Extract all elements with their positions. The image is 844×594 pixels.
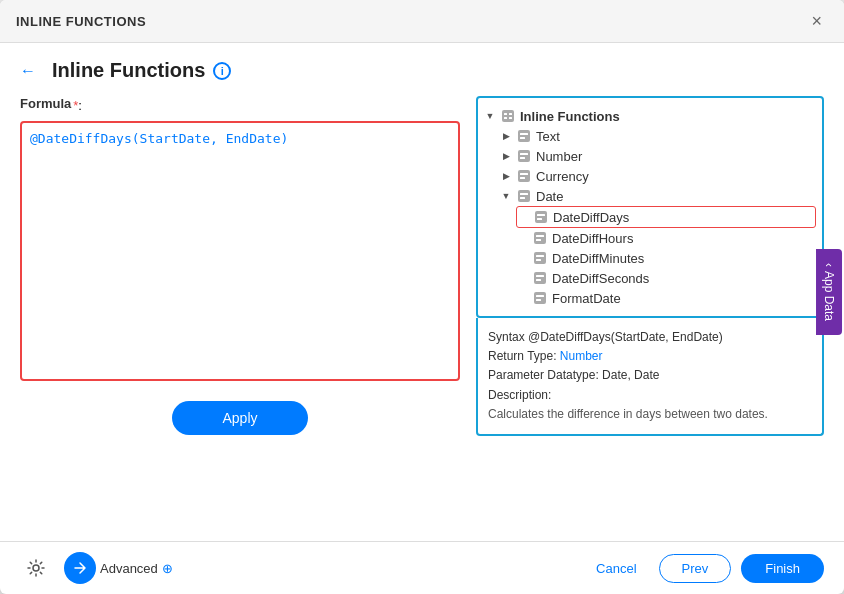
formula-input[interactable]: @DateDiffDays(StartDate, EndDate) (20, 121, 460, 381)
datediffhours-icon (532, 230, 548, 246)
datediffdays-label: DateDiffDays (553, 210, 629, 225)
formatdate-label: FormatDate (552, 291, 621, 306)
text-label: Text (536, 129, 560, 144)
apply-button[interactable]: Apply (172, 401, 307, 435)
svg-rect-29 (534, 292, 546, 304)
tree-container: ▼ Inline Functions (476, 96, 824, 318)
date-chevron: ▼ (500, 190, 512, 202)
number-icon (516, 148, 532, 164)
tree-root: ▼ Inline Functions (484, 106, 816, 126)
currency-label: Currency (536, 169, 589, 184)
svg-rect-23 (534, 252, 546, 264)
modal-header: INLINE FUNCTIONS × (0, 0, 844, 43)
svg-rect-31 (536, 299, 541, 301)
text-chevron: ▶ (500, 130, 512, 142)
modal: INLINE FUNCTIONS × ← Inline Functions i … (0, 0, 844, 594)
desc-text-line: Calculates the difference in days betwee… (488, 405, 812, 424)
svg-rect-12 (520, 173, 528, 175)
svg-rect-4 (509, 117, 512, 119)
svg-rect-8 (518, 150, 530, 162)
syntax-line: Syntax @DateDiffDays(StartDate, EndDate) (488, 328, 812, 347)
desc-label-line: Description: (488, 386, 812, 405)
settings-icon-btn[interactable] (20, 552, 52, 584)
close-button[interactable]: × (805, 10, 828, 32)
advanced-label: Advanced (100, 561, 158, 576)
currency-icon (516, 168, 532, 184)
datediffminutes-icon (532, 250, 548, 266)
datediffdays-icon (533, 209, 549, 225)
root-icon (500, 108, 516, 124)
svg-rect-11 (518, 170, 530, 182)
date-label: Date (536, 189, 563, 204)
root-chevron: ▼ (484, 110, 496, 122)
svg-rect-28 (536, 279, 541, 281)
desc-text: Calculates the difference in days betwee… (488, 407, 768, 421)
svg-rect-19 (537, 218, 542, 220)
formula-label: Formula (20, 96, 71, 111)
tree-root-label: Inline Functions (520, 109, 620, 124)
svg-rect-0 (502, 110, 514, 122)
back-button[interactable]: ← (20, 62, 36, 80)
app-data-label: App Data (822, 271, 836, 321)
return-type-line: Return Type: Number (488, 347, 812, 366)
datediffminutes-label: DateDiffMinutes (552, 251, 644, 266)
modal-body: ← Inline Functions i Formula * : @DateDi… (0, 43, 844, 541)
modal-title: INLINE FUNCTIONS (16, 14, 146, 29)
apply-btn-row: Apply (20, 401, 460, 435)
tree-item-formatdate[interactable]: ▶ FormatDate (516, 288, 816, 308)
right-panel: ▼ Inline Functions (476, 96, 824, 525)
svg-point-32 (33, 565, 39, 571)
left-panel: Formula * : @DateDiffDays(StartDate, End… (20, 96, 460, 525)
info-icon[interactable]: i (213, 62, 231, 80)
tree-item-text[interactable]: ▶ Text (500, 126, 816, 146)
modal-footer: Advanced ⊕ Cancel Prev Finish (0, 541, 844, 594)
svg-rect-18 (537, 214, 545, 216)
prev-button[interactable]: Prev (659, 554, 732, 583)
svg-rect-14 (518, 190, 530, 202)
text-icon (516, 128, 532, 144)
datediffhours-label: DateDiffHours (552, 231, 633, 246)
page-title: Inline Functions (52, 59, 205, 82)
tree-item-number[interactable]: ▶ Number (500, 146, 816, 166)
date-icon (516, 188, 532, 204)
svg-rect-25 (536, 259, 541, 261)
svg-rect-3 (509, 113, 512, 115)
info-panel: Syntax @DateDiffDays(StartDate, EndDate)… (476, 318, 824, 436)
svg-rect-2 (504, 117, 507, 119)
number-chevron: ▶ (500, 150, 512, 162)
svg-rect-13 (520, 177, 525, 179)
advanced-icon-btn[interactable] (64, 552, 96, 584)
svg-rect-30 (536, 295, 544, 297)
number-label: Number (536, 149, 582, 164)
svg-rect-1 (504, 113, 507, 115)
tree-item-datediffhours[interactable]: ▶ DateDiffHours (516, 228, 816, 248)
app-data-tab[interactable]: ‹ App Data (816, 249, 842, 335)
finish-button[interactable]: Finish (741, 554, 824, 583)
page-title-row: ← Inline Functions i (20, 59, 824, 82)
svg-rect-21 (536, 235, 544, 237)
formula-colon: : (78, 98, 82, 113)
tree-item-datediffminutes[interactable]: ▶ DateDiffMinutes (516, 248, 816, 268)
svg-rect-15 (520, 193, 528, 195)
footer-right: Cancel Prev Finish (584, 554, 824, 583)
svg-rect-26 (534, 272, 546, 284)
svg-rect-7 (520, 137, 525, 139)
formula-label-row: Formula * : (20, 96, 460, 115)
advanced-plus[interactable]: ⊕ (162, 561, 173, 576)
content-row: Formula * : @DateDiffDays(StartDate, End… (20, 96, 824, 525)
syntax-text: Syntax @DateDiffDays(StartDate, EndDate) (488, 330, 723, 344)
tree-item-datediffseconds[interactable]: ▶ DateDiffSeconds (516, 268, 816, 288)
tree-item-currency[interactable]: ▶ Currency (500, 166, 816, 186)
advanced-row: Advanced ⊕ (64, 552, 173, 584)
svg-rect-20 (534, 232, 546, 244)
svg-rect-24 (536, 255, 544, 257)
svg-rect-9 (520, 153, 528, 155)
tree-item-date[interactable]: ▼ Date (500, 186, 816, 206)
svg-rect-27 (536, 275, 544, 277)
svg-rect-6 (520, 133, 528, 135)
svg-rect-5 (518, 130, 530, 142)
svg-rect-22 (536, 239, 541, 241)
tree-item-datediffdays[interactable]: ▶ DateDiffDays (516, 206, 816, 228)
cancel-button[interactable]: Cancel (584, 555, 648, 582)
formatdate-icon (532, 290, 548, 306)
